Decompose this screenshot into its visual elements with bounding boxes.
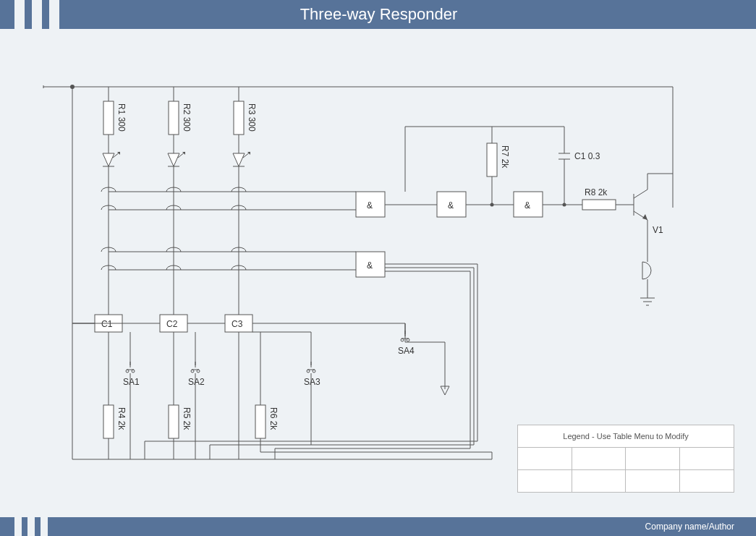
legend-cell (572, 470, 626, 493)
svg-marker-5 (117, 152, 120, 155)
svg-point-44 (313, 370, 315, 373)
resistor-r5 (169, 405, 179, 438)
legend-cell (626, 470, 680, 493)
label-r6: R6 2k (268, 407, 279, 430)
label-r1: R1 300 (116, 103, 127, 132)
label-sa3: SA3 (304, 377, 320, 387)
svg-point-50 (401, 339, 404, 341)
label-r7: R7 2k (500, 145, 510, 169)
gate-row-2: & (101, 247, 477, 448)
svg-line-84 (634, 190, 647, 198)
diagram-title: Three-way Responder (59, 5, 756, 24)
switch-sa4-group: SA4 (252, 323, 449, 395)
svg-point-12 (132, 370, 135, 373)
resistor-r1 (103, 101, 114, 135)
label-r3: R3 300 (247, 103, 257, 132)
transistor-v1: V1 (629, 174, 673, 305)
branch-2: R2 300 C2 SA2 R5 2k (72, 87, 205, 459)
label-c2: C2 (166, 319, 178, 329)
legend-cell (518, 470, 572, 493)
svg-text:&: & (448, 200, 454, 210)
label-r4: R4 2k (116, 407, 127, 430)
resistor-r4 (103, 405, 114, 438)
svg-point-43 (307, 370, 310, 373)
legend-cell (680, 470, 734, 493)
switch-sa1 (126, 362, 135, 373)
gate-row-1: & & & R8 2k R7 2k C1 0.3 (101, 127, 629, 217)
legend-cell (626, 448, 680, 470)
svg-point-26 (191, 370, 194, 373)
svg-marker-20 (182, 152, 185, 155)
svg-marker-2 (103, 153, 114, 166)
branch-1: R1 300 C1 SA1 R4 2k (72, 87, 140, 459)
footer-decor-bars (14, 517, 48, 536)
label-v1: V1 (653, 225, 663, 235)
led-1 (103, 152, 120, 166)
svg-point-71 (563, 203, 566, 207)
buzzer-icon (642, 253, 651, 289)
footer-bar: Company name/Author (0, 517, 756, 536)
switch-sa2 (191, 362, 200, 373)
switch-sa3 (307, 362, 315, 373)
svg-point-27 (197, 370, 200, 373)
svg-point-51 (407, 339, 409, 341)
label-sa4: SA4 (398, 346, 415, 356)
feedback-wires (145, 441, 492, 459)
label-r2: R2 300 (182, 103, 192, 132)
legend-title: Legend - Use Table Menu to Modify (518, 425, 734, 448)
resistor-r2 (169, 101, 179, 135)
legend-table: Legend - Use Table Menu to Modify (517, 425, 734, 493)
label-sa2: SA2 (188, 377, 205, 387)
label-c3: C3 (232, 319, 243, 329)
svg-point-11 (126, 370, 129, 373)
resistor-r8 (582, 200, 616, 210)
svg-text:&: & (367, 200, 373, 210)
resistor-r6 (255, 405, 266, 438)
label-r8: R8 2k (585, 187, 608, 197)
led-3 (233, 152, 250, 166)
footer-label: Company name/Author (645, 522, 734, 532)
title-bar: Three-way Responder (0, 0, 756, 29)
branch-3: R3 300 C3 R6 2k (187, 87, 279, 459)
label-r5: R5 2k (182, 407, 192, 430)
svg-text:&: & (524, 200, 530, 210)
svg-point-72 (490, 203, 494, 207)
svg-marker-35 (247, 152, 250, 155)
svg-marker-17 (168, 153, 179, 166)
legend-cell (680, 448, 734, 470)
led-2 (168, 152, 185, 166)
svg-text:&: & (367, 260, 373, 271)
svg-marker-32 (233, 153, 245, 166)
header-decor-bars (14, 0, 59, 29)
label-cap1: C1 0.3 (574, 151, 600, 161)
label-sa1: SA1 (123, 377, 140, 387)
legend-cell (572, 448, 626, 470)
resistor-r3 (234, 101, 244, 135)
label-c1: C1 (101, 319, 113, 329)
resistor-r7 (487, 143, 497, 176)
legend-cell (518, 448, 572, 470)
